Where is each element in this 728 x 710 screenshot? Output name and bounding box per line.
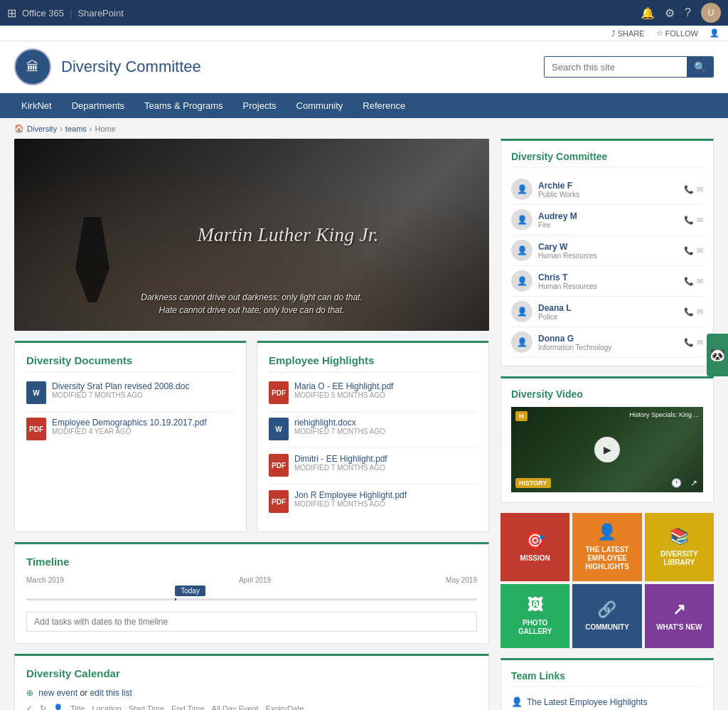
site-logo: 🏛 (14, 48, 51, 85)
search-box: 🔍 (544, 56, 714, 78)
member-name[interactable]: Deana L (538, 303, 678, 313)
doc-name[interactable]: Maria O - EE Highlight.pdf (294, 381, 477, 391)
nav-departments[interactable]: Departments (62, 93, 134, 118)
tile-latest-highlights[interactable]: 👤 THE LATEST EMPLOYEE HIGHLIGHTS (572, 513, 641, 581)
table-row: 👤 Donna G Information Technology 📞 ✉ (511, 327, 703, 358)
divider (26, 411, 235, 412)
timeline-bar: March 2019 April 2019 May 2019 Today (26, 576, 477, 600)
video-card-title: Diversity Video (511, 388, 703, 400)
member-name[interactable]: Audrey M (538, 211, 678, 221)
employee-highlights-title: Employee Highlights (269, 354, 477, 373)
phone-icon[interactable]: 📞 (684, 185, 694, 194)
person-icon: 👤 (710, 28, 719, 38)
mission-icon: 🎯 (525, 531, 545, 550)
nav-projects[interactable]: Projects (233, 93, 287, 118)
search-input[interactable] (545, 58, 687, 77)
breadcrumb-teams[interactable]: teams (65, 124, 87, 133)
bell-icon[interactable]: 🔔 (641, 6, 655, 20)
edit-list-link[interactable]: edit this list (90, 688, 132, 698)
tile-community[interactable]: 🔗 COMMUNITY (572, 584, 641, 648)
avatar: 👤 (511, 209, 532, 231)
table-row: 👤 Deana L Police 📞 ✉ (511, 297, 703, 327)
nav-kirknet[interactable]: KirkNet (11, 93, 62, 118)
phone-icon[interactable]: 📞 (684, 307, 694, 317)
sharepoint-label[interactable]: SharePoint (77, 8, 123, 18)
phone-icon[interactable]: 📞 (684, 216, 694, 225)
grid-icon[interactable]: ⊞ (7, 6, 16, 20)
site-title: Diversity Committee (61, 58, 201, 76)
top-bar-right: 🔔 ⚙ ? U (641, 3, 721, 23)
member-dept: Information Technology (538, 344, 678, 351)
tile-diversity-library[interactable]: 📚 DIVERSITY LIBRARY (645, 513, 714, 581)
tile-gallery-label: PHOTO GALLERY (506, 619, 564, 636)
site-header-left: 🏛 Diversity Committee (14, 48, 201, 85)
divider (269, 411, 477, 412)
doc-name[interactable]: Jon R Employee Highlight.pdf (294, 490, 477, 500)
list-item: PDF Jon R Employee Highlight.pdf MODIFIE… (269, 490, 477, 513)
user-avatar[interactable]: U (701, 3, 721, 23)
email-icon[interactable]: ✉ (697, 185, 703, 194)
new-event-link[interactable]: new event (38, 688, 77, 698)
member-name[interactable]: Chris T (538, 272, 678, 282)
phone-icon[interactable]: 📞 (684, 338, 694, 347)
nav-reference[interactable]: Reference (353, 93, 415, 118)
member-list: 👤 Archie F Public Works 📞 ✉ 👤 Audrey M F… (511, 174, 703, 358)
top-bar-left: ⊞ Office 365 | SharePoint (7, 6, 124, 20)
site-nav: KirkNet Departments Teams & Programs Pro… (0, 93, 728, 118)
member-actions: 📞 ✉ (684, 185, 703, 194)
member-name[interactable]: Cary W (538, 242, 678, 252)
email-icon[interactable]: ✉ (697, 307, 703, 317)
tile-mission[interactable]: 🎯 MISSION (500, 513, 569, 581)
doc-modified: MODIFIED 7 MONTHS AGO (294, 500, 477, 508)
team-link[interactable]: The Latest Employee Highlights (527, 697, 647, 707)
doc-name[interactable]: Dimitri - EE Highlight.pdf (294, 454, 477, 464)
timeline-input[interactable] (26, 612, 477, 632)
wayfinder-panda[interactable]: 🐼 (707, 334, 728, 376)
diversity-committee-card: Diversity Committee 👤 Archie F Public Wo… (500, 139, 714, 366)
doc-name[interactable]: Employee Demographics 10.19.2017.pdf (52, 418, 235, 428)
phone-icon[interactable]: 📞 (684, 277, 694, 286)
email-icon[interactable]: ✉ (697, 277, 703, 286)
share-icon: ↗ (690, 478, 697, 488)
office365-label[interactable]: Office 365 (22, 8, 64, 18)
list-item: W riehighlight.docx MODIFIED 7 MONTHS AG… (269, 418, 477, 440)
member-dept: Human Resources (538, 252, 678, 260)
member-actions: 📞 ✉ (684, 307, 703, 317)
breadcrumb-home: Home (95, 124, 115, 133)
avatar: 👤 (511, 240, 532, 261)
star-icon: ☆ (656, 28, 663, 38)
nav-teams[interactable]: Teams & Programs (134, 93, 233, 118)
today-line (175, 598, 176, 600)
search-button[interactable]: 🔍 (687, 57, 713, 77)
tile-photo-gallery[interactable]: 🖼 PHOTO GALLERY (500, 584, 569, 648)
play-button[interactable]: ▶ (594, 437, 620, 462)
member-name[interactable]: Donna G (538, 334, 678, 344)
doc-name[interactable]: Diversity Srat Plan revised 2008.doc (52, 381, 235, 391)
list-item: PDF Dimitri - EE Highlight.pdf MODIFIED … (269, 454, 477, 477)
diversity-calendar-card: Diversity Calendar ⊕ new event or edit t… (14, 654, 489, 710)
follow-link[interactable]: ☆ FOLLOW (656, 28, 698, 38)
breadcrumb: 🏠 Diversity › teams › Home (0, 118, 728, 139)
settings-icon[interactable]: ⚙ (665, 6, 675, 20)
video-title-text: History Specials: King ... (629, 411, 699, 418)
hero-quote: Darkness cannot drive out darkness; only… (14, 291, 489, 317)
phone-icon[interactable]: 📞 (684, 246, 694, 255)
share-arrow-icon: ↗ (673, 600, 685, 619)
timeline-card: Timeline March 2019 April 2019 May 2019 … (14, 542, 489, 644)
member-name[interactable]: Archie F (538, 181, 678, 191)
tile-community-label: COMMUNITY (585, 623, 629, 632)
share-link[interactable]: ⤴ SHARE (611, 29, 645, 38)
email-icon[interactable]: ✉ (697, 216, 703, 225)
sub-top-bar: ⤴ SHARE ☆ FOLLOW 👤 (0, 26, 728, 41)
nav-community[interactable]: Community (287, 93, 353, 118)
breadcrumb-diversity[interactable]: Diversity (27, 124, 57, 133)
email-icon[interactable]: ✉ (697, 246, 703, 255)
video-thumbnail[interactable]: H History Specials: King ... ▶ HISTORY 🕐… (511, 407, 703, 492)
email-icon[interactable]: ✉ (697, 338, 703, 347)
pdf-icon: PDF (269, 454, 289, 477)
help-icon[interactable]: ? (685, 6, 691, 19)
doc-name[interactable]: riehighlight.docx (294, 418, 477, 428)
pdf-icon: PDF (269, 490, 289, 513)
hero-banner: Martin Luther King Jr. Darkness cannot d… (14, 139, 489, 331)
tile-whats-new[interactable]: ↗ WHAT'S NEW (645, 584, 714, 648)
